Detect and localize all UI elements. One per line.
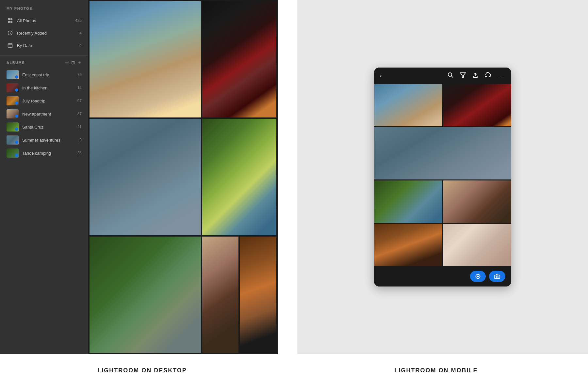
mobile-photo-person[interactable] (374, 127, 511, 179)
all-photos-count: 425 (75, 18, 82, 23)
album-check-icon (15, 115, 18, 118)
svg-rect-5 (8, 44, 12, 48)
desktop-label-container: LIGHTROOM ON DESKTOP (0, 361, 284, 380)
sidebar-divider (0, 55, 88, 56)
album-thumb-east-coast (7, 70, 19, 79)
by-date-label: By Date (17, 43, 79, 48)
album-item-july[interactable]: July roadtrip 97 (0, 94, 88, 107)
albums-actions: ☰ ⊞ ＋ (65, 60, 82, 66)
mobile-back-icon[interactable]: ‹ (380, 72, 382, 79)
album-item-tahoe[interactable]: Tahoe camping 36 (0, 147, 88, 160)
calendar-icon (7, 42, 14, 49)
album-item-summer[interactable]: Summer adventures 9 (0, 133, 88, 147)
album-check-icon (15, 154, 18, 157)
photo-person-hat[interactable] (90, 119, 201, 235)
sidebar-item-recently-added[interactable]: Recently Added 4 (0, 27, 88, 39)
album-check-icon (15, 75, 18, 79)
album-label-july: July roadtrip (22, 99, 77, 103)
mobile-photo-woman[interactable] (443, 224, 512, 266)
album-label-kitchen: In the kitchen (22, 85, 77, 90)
mobile-photo-horse[interactable] (443, 180, 512, 223)
sidebar-item-by-date[interactable]: By Date 4 (0, 39, 88, 52)
svg-line-10 (451, 76, 453, 78)
sidebar: MY PHOTOS All Photos 425 (0, 0, 88, 354)
mobile-header: ‹ (374, 68, 511, 84)
mobile-section: ‹ (297, 0, 588, 354)
album-label-tahoe: Tahoe camping (22, 151, 77, 156)
mobile-device: ‹ (374, 68, 511, 286)
photo-truck[interactable] (90, 237, 201, 353)
mobile-photo-grid (374, 84, 511, 266)
album-label-santa-cruz: Santa Cruz (22, 125, 77, 130)
photo-fruit[interactable] (202, 1, 276, 117)
mobile-more-icon[interactable]: ··· (498, 72, 505, 79)
clock-icon (7, 29, 14, 37)
svg-marker-11 (460, 73, 466, 77)
album-thumb-tahoe (7, 148, 19, 158)
album-thumb-summer (7, 135, 19, 145)
mobile-header-icons: ··· (448, 72, 505, 79)
albums-title: ALBUMS (7, 61, 65, 65)
by-date-count: 4 (79, 43, 82, 48)
album-check-icon (15, 101, 18, 105)
desktop-section-label: LIGHTROOM ON DESKTOP (97, 367, 187, 374)
add-album-icon[interactable]: ＋ (77, 60, 82, 66)
mobile-add-button[interactable] (470, 271, 486, 282)
mobile-section-label: LIGHTROOM ON MOBILE (395, 367, 478, 374)
album-check-icon (15, 141, 18, 144)
photo-road-autumn[interactable] (240, 237, 276, 353)
mobile-camera-icon (494, 274, 500, 279)
album-check-icon (15, 128, 18, 131)
album-count-santa-cruz: 21 (77, 125, 82, 129)
album-label-apartment: New apartment (22, 112, 77, 116)
svg-rect-2 (8, 21, 10, 23)
mobile-photo-mountains[interactable] (374, 180, 442, 223)
albums-header: ALBUMS ☰ ⊞ ＋ (0, 60, 88, 68)
mobile-camera-button[interactable] (489, 271, 505, 282)
svg-rect-1 (10, 18, 12, 20)
album-count-apartment: 87 (77, 112, 82, 116)
mobile-photo-kayak[interactable] (374, 84, 442, 126)
photo-kayak[interactable] (90, 1, 201, 117)
recently-added-count: 4 (79, 31, 82, 35)
my-photos-title: MY PHOTOS (0, 7, 88, 14)
mobile-photo-fruit[interactable] (443, 84, 512, 126)
sidebar-item-all-photos[interactable]: All Photos 425 (0, 14, 88, 27)
mobile-add-icon (475, 274, 481, 279)
mobile-bottom-bar (374, 266, 511, 286)
all-photos-label: All Photos (17, 18, 75, 23)
bottom-labels: LIGHTROOM ON DESKTOP LIGHTROOM ON MOBILE (0, 354, 588, 387)
album-item-east-coast[interactable]: East coast trip 79 (0, 68, 88, 81)
grid-icon (7, 17, 14, 24)
photo-mountains-boats[interactable] (202, 119, 276, 235)
album-count-kitchen: 14 (77, 85, 82, 90)
mobile-photo-road2[interactable] (374, 224, 442, 266)
album-item-apartment[interactable]: New apartment 87 (0, 107, 88, 120)
mobile-filter-icon[interactable] (460, 72, 466, 79)
album-label-east-coast: East coast trip (22, 72, 77, 77)
album-thumb-july (7, 96, 19, 105)
album-thumb-kitchen (7, 83, 19, 92)
album-item-kitchen[interactable]: In the kitchen 14 (0, 81, 88, 94)
mobile-share-icon[interactable] (472, 72, 478, 79)
photo-grid (88, 0, 278, 354)
photo-dog-books[interactable] (202, 237, 239, 353)
svg-point-9 (448, 73, 452, 76)
svg-rect-0 (8, 18, 10, 20)
album-thumb-santa-cruz (7, 122, 19, 132)
svg-rect-3 (10, 21, 12, 23)
album-item-santa-cruz[interactable]: Santa Cruz 21 (0, 120, 88, 133)
photo-row3-right (202, 237, 276, 353)
list-view-icon[interactable]: ☰ (65, 60, 69, 65)
album-count-tahoe: 36 (77, 151, 82, 155)
section-gap (278, 0, 297, 354)
album-count-july: 97 (77, 99, 82, 103)
mobile-label-container: LIGHTROOM ON MOBILE (284, 361, 588, 380)
album-count-east-coast: 79 (77, 72, 82, 77)
album-label-summer: Summer adventures (22, 138, 79, 143)
mobile-cloud-icon[interactable] (485, 72, 492, 79)
svg-point-16 (496, 276, 498, 278)
album-check-icon (15, 88, 18, 92)
mobile-search-icon[interactable] (448, 72, 453, 79)
grid-view-icon[interactable]: ⊞ (71, 60, 75, 65)
